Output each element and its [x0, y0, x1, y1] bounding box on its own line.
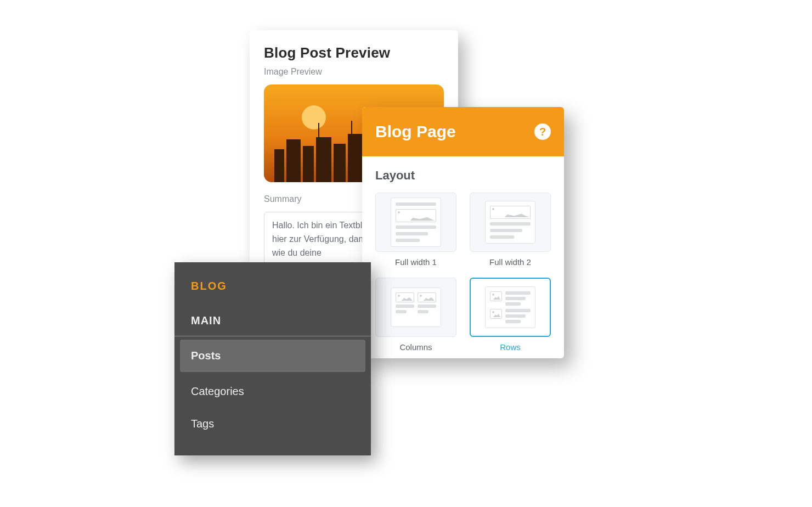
sidebar-item-categories[interactable]: Categories [174, 375, 371, 408]
svg-point-1 [302, 105, 326, 129]
svg-rect-13 [318, 123, 319, 137]
svg-rect-4 [303, 146, 314, 182]
sidebar-item-tags[interactable]: Tags [174, 408, 371, 440]
layout-option-full-width-2[interactable]: Full width 2 [470, 193, 551, 267]
layout-thumb-icon [375, 193, 456, 252]
preview-title: Blog Post Preview [264, 44, 444, 61]
layout-thumb-icon [375, 278, 456, 337]
layout-option-columns[interactable]: Columns [375, 278, 456, 352]
svg-rect-3 [286, 139, 301, 182]
layout-section: Layout Full width 1 [362, 156, 564, 358]
blog-page-title: Blog Page [375, 122, 456, 141]
sidebar-item-posts[interactable]: Posts [180, 340, 365, 372]
blog-page-header: Blog Page ? [362, 107, 564, 156]
layout-option-label: Columns [375, 342, 456, 352]
help-icon[interactable]: ? [534, 123, 551, 140]
svg-rect-14 [351, 121, 352, 134]
svg-rect-2 [274, 149, 284, 182]
layout-option-rows[interactable]: Rows [470, 278, 551, 352]
image-preview-label: Image Preview [264, 67, 444, 77]
layout-option-label: Full width 2 [470, 257, 551, 267]
sidebar-title: BLOG [174, 280, 371, 306]
blog-sidebar: BLOG MAIN Posts Categories Tags [174, 262, 371, 455]
blog-page-panel: Blog Page ? Layout Full width 1 [362, 107, 564, 358]
layout-thumb-icon [470, 278, 551, 337]
layout-grid: Full width 1 Full width 2 [375, 193, 551, 352]
layout-option-full-width-1[interactable]: Full width 1 [375, 193, 456, 267]
svg-rect-5 [316, 137, 331, 182]
layout-thumb-icon [470, 193, 551, 252]
layout-option-label: Rows [470, 342, 551, 352]
layout-option-label: Full width 1 [375, 257, 456, 267]
sidebar-section-main: MAIN [174, 306, 371, 336]
svg-rect-6 [334, 144, 346, 182]
layout-heading: Layout [375, 168, 551, 183]
